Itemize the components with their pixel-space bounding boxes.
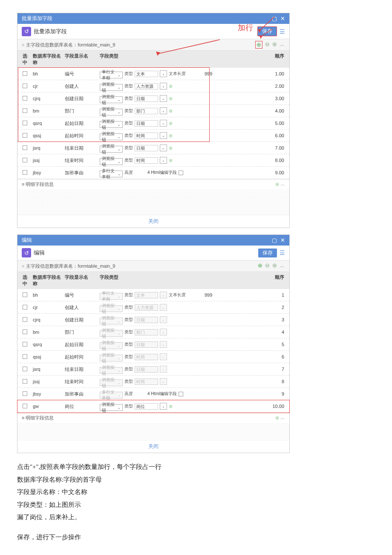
row-checkbox[interactable] [23,379,27,384]
type-select[interactable]: 浏览按钮⌄ [100,146,123,153]
db-name: jssj [32,379,64,384]
clear-icon[interactable]: ⊗ [169,145,173,151]
row-checkbox[interactable] [23,317,27,322]
type-select[interactable]: 浏览按钮⌄ [100,318,123,324]
clear-icon[interactable]: ⊗ [169,404,173,409]
subtype-select[interactable]: 部门 [135,329,158,335]
row-checkbox[interactable] [23,96,27,101]
type-select[interactable]: 浏览按钮⌄ [100,367,123,374]
menu-icon[interactable]: ☰ [280,249,285,256]
detail-collapse-icon[interactable]: ︿ [280,182,285,187]
type-select[interactable]: 浏览按钮⌄ [100,355,123,361]
display-name: 编号 [64,292,99,299]
html-checkbox[interactable] [179,392,183,396]
row-checkbox[interactable] [23,158,27,162]
add-detail-icon[interactable]: ⊕ [275,182,279,187]
table-row: cjr 创建人 浏览按钮⌄ 类型人力资源⌄ 2 [17,301,289,314]
row-checkbox[interactable] [23,330,27,334]
detail-collapse-icon[interactable]: ︿ [280,415,285,420]
display-name: 结束日期 [64,366,99,373]
row-checkbox[interactable] [23,404,27,408]
row-checkbox[interactable] [23,342,27,347]
db-name: qsrq [32,341,64,347]
type-select[interactable]: 单行文本框⌄ [100,72,123,78]
clear-icon[interactable]: ⊗ [169,96,173,101]
row-checkbox[interactable] [23,354,27,359]
subtype-select[interactable]: 日期 [135,366,158,373]
type-select[interactable]: 浏览按钮⌄ [100,305,123,312]
row-checkbox[interactable] [23,292,27,297]
type-select[interactable]: 多行文本框⌄ [100,171,123,177]
info-text: 主字段信息数据库表名：formtable_main_9 [26,263,115,269]
subtype-select[interactable]: 人力资源 [135,83,158,90]
subtype-select[interactable]: 岗位 [135,403,158,410]
subtype-select[interactable]: 时间 [135,379,158,385]
subtype-select[interactable]: 日期 [135,317,158,323]
table-row: bm 部门 浏览按钮⌄ 类型部门⌄⊗ 4.00 [17,105,289,117]
type-select[interactable]: 浏览按钮⌄ [100,379,123,386]
copy-row-icon[interactable]: ⊛ [272,262,277,270]
type-select[interactable]: 浏览按钮⌄ [100,330,123,337]
copy-row-icon[interactable]: ⊛ [272,41,277,49]
add-row-icon[interactable]: ⊕ [255,41,262,49]
clear-icon[interactable]: ⊗ [169,84,173,89]
html-checkbox[interactable] [179,171,183,175]
clear-icon[interactable]: ⊗ [169,121,173,126]
type-select[interactable]: 浏览按钮⌄ [100,404,123,411]
type-select[interactable]: 多行文本框⌄ [100,392,123,399]
type-select[interactable]: 单行文本框⌄ [100,293,123,300]
type-select[interactable]: 浏览按钮⌄ [100,342,123,349]
db-name: jssj [32,157,64,163]
close-button[interactable]: 关闭 [17,440,289,453]
menu-icon[interactable]: ☰ [280,28,285,35]
subtype-select[interactable]: 日期 [135,341,158,348]
row-checkbox[interactable] [23,145,27,150]
minimize-icon[interactable]: ▢ [272,15,277,22]
collapse-icon[interactable]: ︿ [280,41,285,49]
type-select[interactable]: 浏览按钮⌄ [100,84,123,91]
row-checkbox[interactable] [23,84,27,88]
collapse-icon[interactable]: ︿ [280,262,285,270]
detail-bar: ≡ 明细字段信息 ⊕ ︿ [17,179,289,189]
subtype-select[interactable]: 时间 [135,133,158,139]
type-select[interactable]: 浏览按钮⌄ [100,96,123,103]
add-row-icon[interactable]: ⊕ [258,262,262,270]
minimize-icon[interactable]: ▢ [272,237,277,243]
add-detail-icon[interactable]: ⊕ [275,415,279,420]
subtitle: 批量添加字段 [34,28,67,35]
row-checkbox[interactable] [23,391,27,396]
subtype-select[interactable]: 人力资源 [135,304,158,311]
subtype-select[interactable]: 日期 [135,120,158,127]
subtype-select[interactable]: 日期 [135,95,158,102]
row-checkbox[interactable] [23,108,27,113]
row-checkbox[interactable] [23,71,27,76]
close-button[interactable]: 关闭 [17,215,289,228]
type-select[interactable]: 浏览按钮⌄ [100,133,123,140]
clear-icon[interactable]: ⊗ [169,133,173,139]
subtype-select[interactable]: 时间 [135,354,158,360]
clear-icon[interactable]: ⊗ [169,108,173,114]
remove-row-icon[interactable]: ⊖ [265,262,270,270]
row-checkbox[interactable] [23,170,27,175]
close-icon[interactable]: ✕ [280,15,285,22]
save-button[interactable]: 保存 [258,249,277,257]
row-checkbox[interactable] [23,121,27,125]
subtype-select[interactable]: 文本 [135,292,158,298]
close-icon[interactable]: ✕ [280,237,285,243]
row-checkbox[interactable] [23,133,27,138]
annotation-addrow: 加行 [238,23,253,33]
type-select[interactable]: 浏览按钮⌄ [100,109,123,116]
type-select[interactable]: 浏览按钮⌄ [100,158,123,165]
clear-icon[interactable]: ⊗ [169,158,173,163]
display-name: 部门 [64,107,99,115]
type-select[interactable]: 浏览按钮⌄ [100,121,123,128]
remove-row-icon[interactable]: ⊖ [265,41,270,49]
subtype-select[interactable]: 部门 [135,108,158,114]
subtype-select[interactable]: 文本 [135,71,158,77]
row-checkbox[interactable] [23,305,27,309]
display-name: 起始时间 [64,353,99,361]
save-button[interactable]: 保存 [257,26,277,36]
subtype-select[interactable]: 时间 [135,157,158,164]
row-checkbox[interactable] [23,367,27,371]
subtype-select[interactable]: 日期 [135,145,158,151]
